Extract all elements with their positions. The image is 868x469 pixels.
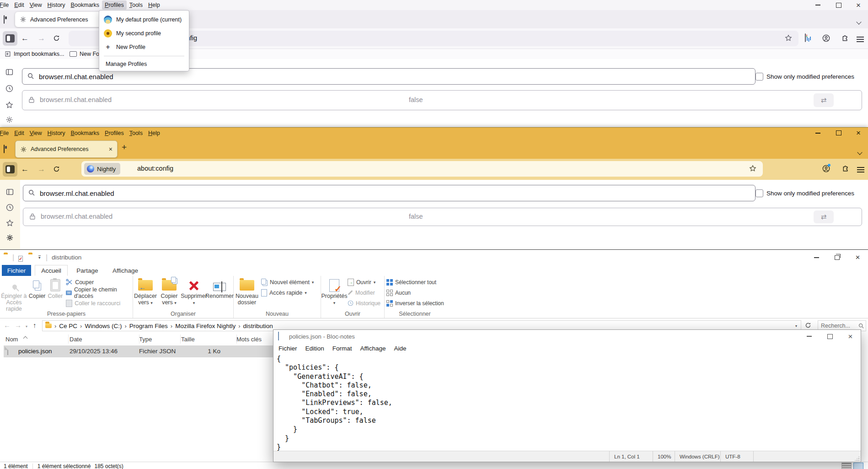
show-modified-checkbox[interactable]: [755, 73, 763, 81]
breadcrumb-ce-pc[interactable]: Ce PC: [59, 323, 77, 329]
minimize-button[interactable]: [806, 250, 827, 265]
history-clock-icon[interactable]: [5, 85, 13, 92]
tab-fichier[interactable]: Fichier: [2, 265, 31, 276]
breadcrumb-distribution[interactable]: distribution: [243, 323, 273, 329]
pref-toggle-button[interactable]: ⇄: [814, 93, 834, 107]
tab-advanced-preferences[interactable]: Advanced Preferences ×: [15, 140, 118, 158]
quick-access-button[interactable]: Accès rapide▾: [261, 287, 314, 298]
open-button[interactable]: → Ouvrir▾: [348, 277, 380, 287]
hamburger-menu-icon[interactable]: [857, 166, 864, 174]
menu-file[interactable]: File: [0, 129, 11, 138]
tab-accueil[interactable]: Accueil: [35, 265, 68, 276]
menu-format[interactable]: Format: [328, 345, 356, 352]
copy-path-button[interactable]: W Copier le chemin d'accès: [66, 287, 133, 298]
breadcrumb-mozilla-firefox-nightly[interactable]: Mozilla Firefox Nightly: [175, 323, 236, 329]
delete-button[interactable]: Supprimer ▾: [181, 277, 207, 306]
new-folder-button[interactable]: Nouveau dossier: [234, 277, 260, 306]
up-arrow-icon[interactable]: ↑: [33, 321, 37, 329]
refresh-icon[interactable]: [805, 322, 811, 329]
paste-shortcut-button[interactable]: Coller le raccourci: [66, 298, 133, 308]
menu-edit[interactable]: Edit: [11, 129, 27, 138]
restore-button[interactable]: [827, 250, 847, 265]
hamburger-menu-icon[interactable]: [857, 36, 864, 44]
firefox-view-icon[interactable]: [4, 145, 5, 153]
sidebar-toggle-button[interactable]: [3, 162, 17, 177]
qat-properties-icon[interactable]: ✓: [18, 254, 23, 262]
breadcrumb-program-files[interactable]: Program Files: [129, 323, 168, 329]
menu-help[interactable]: Help: [145, 129, 163, 138]
column-mots-cles[interactable]: Mots clés: [236, 333, 273, 345]
menu-tools[interactable]: Tools: [127, 129, 145, 138]
sidebar-toggle-button[interactable]: [3, 31, 17, 46]
menu-history[interactable]: History: [45, 129, 68, 138]
account-icon[interactable]: [822, 165, 830, 173]
menu-aide[interactable]: Aide: [390, 345, 411, 352]
minimize-button[interactable]: [808, 0, 828, 10]
copy-to-button[interactable]: Copier vers ▾: [158, 277, 181, 306]
invert-selection-button[interactable]: Inverser la sélection: [386, 298, 445, 308]
file-row-policies-json[interactable]: policies.json 29/10/2025 13:46 Fichier J…: [4, 345, 284, 357]
minimize-button[interactable]: [808, 128, 828, 138]
tab-affichage[interactable]: Affichage: [107, 265, 144, 276]
pref-toggle-button[interactable]: ⇄: [814, 210, 834, 223]
thumbnail-view-toggle-icon[interactable]: [853, 463, 863, 469]
maximize-button[interactable]: [829, 0, 849, 10]
menu-item-manage-profiles[interactable]: Manage Profiles: [99, 58, 189, 70]
profiles-toolbar-icon[interactable]: [805, 34, 806, 42]
config-search-input[interactable]: [23, 185, 755, 201]
select-all-button[interactable]: Sélectionner tout: [386, 277, 445, 287]
move-to-button[interactable]: ← Déplacer vers ▾: [133, 277, 158, 306]
settings-gear-icon[interactable]: [5, 116, 13, 124]
column-date[interactable]: Date: [70, 333, 134, 345]
history-clock-icon[interactable]: [6, 204, 14, 211]
settings-gear-icon[interactable]: [6, 234, 14, 242]
minimize-button[interactable]: [799, 330, 820, 343]
list-tabs-chevron-icon[interactable]: [857, 17, 861, 26]
menu-edit[interactable]: Edit: [11, 0, 27, 10]
list-tabs-chevron-icon[interactable]: [858, 148, 862, 156]
pin-quick-access-button[interactable]: Épingler à Accès rapide: [0, 277, 28, 312]
menu-tools[interactable]: Tools: [127, 0, 145, 10]
menu-item-new-profile[interactable]: + New Profile: [99, 40, 189, 54]
sidebar-tabs-icon[interactable]: [5, 68, 13, 76]
paste-button[interactable]: Coller: [46, 277, 64, 312]
column-type[interactable]: Type: [139, 333, 177, 345]
properties-button[interactable]: ✓ Propriétés ▾: [321, 277, 348, 308]
recent-locations-chevron[interactable]: ▾: [26, 324, 27, 329]
reload-button[interactable]: [53, 166, 60, 173]
identity-chip[interactable]: Nightly: [84, 163, 120, 175]
show-modified-checkbox[interactable]: [755, 189, 763, 197]
menu-file[interactable]: File: [0, 0, 11, 10]
close-button[interactable]: ×: [840, 330, 861, 343]
menu-affichage[interactable]: Affichage: [356, 345, 390, 352]
menu-view[interactable]: View: [27, 0, 45, 10]
extensions-puzzle-icon[interactable]: [841, 34, 848, 42]
menu-item-default-profile[interactable]: My defaut profile (current): [99, 13, 189, 27]
tab-close-icon[interactable]: ×: [109, 146, 113, 153]
rename-button[interactable]: Renommer: [207, 277, 232, 306]
close-button[interactable]: ×: [847, 250, 868, 265]
bookmark-star-icon[interactable]: [749, 165, 756, 172]
reload-button[interactable]: [53, 35, 60, 42]
resize-grip[interactable]: [854, 456, 860, 461]
menu-history[interactable]: History: [45, 0, 68, 10]
menu-item-second-profile[interactable]: My second profile: [99, 27, 189, 40]
menu-bookmarks[interactable]: Bookmarks: [68, 129, 102, 138]
column-nom[interactable]: Nom: [5, 333, 65, 345]
details-view-toggle-icon[interactable]: [841, 463, 852, 469]
breadcrumb-windows-c[interactable]: Windows (C:): [85, 323, 122, 329]
bookmarks-star-icon[interactable]: [6, 219, 14, 227]
column-taille[interactable]: Taille: [181, 333, 227, 345]
maximize-button[interactable]: [820, 330, 840, 343]
select-none-button[interactable]: Aucun: [386, 287, 445, 298]
menu-edition[interactable]: Edition: [301, 345, 328, 352]
menu-profiles[interactable]: Profiles: [102, 0, 127, 10]
nav-forward-icon[interactable]: →: [15, 321, 21, 329]
bookmark-star-icon[interactable]: [785, 34, 792, 42]
tab-partage[interactable]: Partage: [71, 265, 103, 276]
new-tab-button[interactable]: +: [122, 142, 127, 152]
back-button[interactable]: ←: [21, 165, 29, 173]
copy-button[interactable]: Copier: [28, 277, 47, 312]
menu-bookmarks[interactable]: Bookmarks: [68, 0, 102, 10]
maximize-button[interactable]: [829, 128, 849, 138]
